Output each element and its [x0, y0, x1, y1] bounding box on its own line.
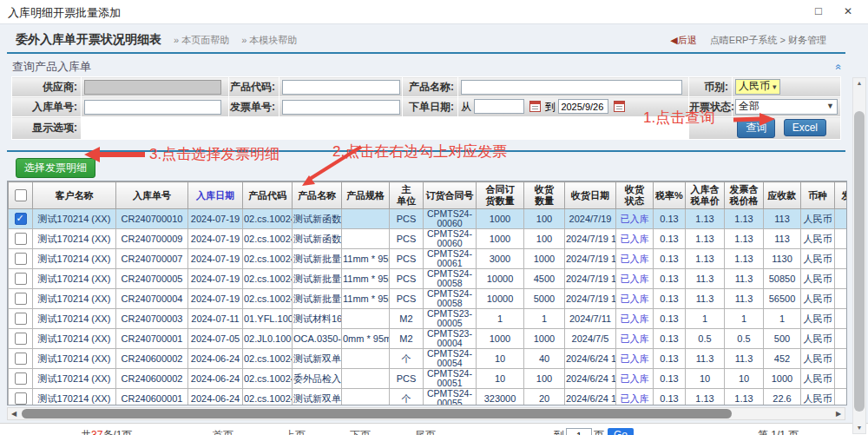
column-header[interactable]: 入库日期 [188, 182, 243, 209]
table-row: 测试170214 (XX)CR2407000092024-07-1902.cs.… [9, 229, 848, 249]
table-cell: 1130 [764, 249, 801, 269]
table-cell[interactable]: 已入库 [616, 249, 654, 269]
close-icon[interactable] [840, 3, 856, 19]
pagination-bar: 共37条/1页 首页 上页 下页 尾页 到页Go 第 1/1 页 [0, 423, 868, 435]
supplier-input[interactable] [84, 80, 221, 95]
row-checkbox-cell[interactable] [9, 289, 33, 309]
chevron-down-icon: ▾ [773, 82, 777, 91]
table-cell[interactable]: 已入库 [616, 229, 654, 249]
calendar-icon[interactable] [529, 101, 541, 112]
row-checkbox[interactable] [15, 313, 27, 325]
table-cell [835, 329, 848, 349]
table-cell[interactable]: 已入库 [616, 369, 654, 389]
table-cell[interactable]: 已入库 [616, 389, 654, 406]
table-cell[interactable]: 已入库 [616, 349, 654, 369]
row-checkbox-cell[interactable] [9, 309, 33, 329]
prev-page-link[interactable]: 上页 [285, 428, 306, 435]
table-cell: 测试新双单位 [293, 389, 342, 406]
column-header: 收货 状态 [616, 182, 654, 209]
module-help-link[interactable]: » 本模块帮助 [241, 34, 297, 47]
table-cell: 人民币 [801, 389, 835, 406]
scroll-left-icon[interactable] [9, 408, 19, 419]
table-cell: 113 [764, 229, 801, 249]
table-cell: CR240700003 [116, 309, 188, 329]
back-link[interactable]: ◀后退 [670, 35, 696, 45]
table-cell: CR240600002 [116, 369, 188, 389]
table-cell[interactable]: 已入库 [616, 289, 654, 309]
table-cell: 452 [764, 349, 801, 369]
select-invoice-detail-button[interactable]: 选择发票明细 [16, 158, 95, 178]
product-name-label: 产品名称: [403, 77, 458, 97]
table-cell: 测试170214 (XX) [33, 369, 116, 389]
row-checkbox[interactable] [15, 233, 27, 245]
invoice-no-input[interactable] [282, 100, 400, 115]
table-cell: 10000 [477, 289, 524, 309]
table-cell [342, 309, 390, 329]
product-name-input[interactable] [461, 80, 682, 95]
vertical-scrollbar-thumb[interactable] [854, 111, 865, 412]
horizontal-scrollbar-thumb[interactable] [22, 409, 732, 419]
table-cell: 测试170214 (XX) [33, 229, 116, 249]
row-checkbox[interactable] [15, 253, 27, 265]
next-page-link[interactable]: 下页 [350, 428, 371, 435]
row-checkbox-cell[interactable] [9, 249, 33, 269]
row-checkbox-cell[interactable] [9, 329, 33, 349]
vertical-scrollbar[interactable] [852, 77, 866, 434]
table-cell[interactable]: 已入库 [616, 269, 654, 289]
go-button[interactable]: Go [608, 428, 634, 435]
page-number-input[interactable] [566, 428, 592, 435]
row-checkbox[interactable] [15, 333, 27, 345]
window-title: 入库明细开票批量添加 [8, 5, 121, 21]
table-cell: 2024-07-19 [188, 269, 243, 289]
column-header: 应收款 [764, 182, 801, 209]
table-cell: CR240700005 [116, 269, 188, 289]
row-checkbox[interactable] [15, 213, 27, 225]
table-cell[interactable]: 已入库 [616, 329, 654, 349]
row-checkbox[interactable] [15, 372, 27, 385]
horizontal-scrollbar[interactable] [7, 407, 845, 420]
scroll-right-icon[interactable] [833, 408, 844, 419]
row-checkbox[interactable] [15, 353, 27, 365]
table-cell: 50850 [764, 269, 801, 289]
table-cell: CR240700010 [116, 209, 188, 229]
table-cell[interactable]: 已入库 [616, 209, 654, 229]
product-code-input[interactable] [282, 80, 400, 95]
scroll-up-icon[interactable] [853, 78, 865, 89]
table-cell: 2024-06-24 [188, 389, 243, 406]
table-cell[interactable]: 已入库 [616, 309, 654, 329]
scroll-down-icon[interactable] [853, 423, 865, 433]
maximize-icon[interactable] [811, 3, 826, 19]
table-cell: 人民币 [801, 229, 835, 249]
row-checkbox[interactable] [15, 273, 27, 285]
last-page-link[interactable]: 尾页 [415, 428, 436, 435]
column-header: 入库含 税单价 [686, 182, 725, 209]
currency-select[interactable]: 人民币▾ [735, 79, 780, 95]
query-button[interactable]: 查询 [737, 118, 775, 138]
row-checkbox-cell[interactable] [9, 349, 33, 369]
row-checkbox-cell[interactable] [9, 369, 33, 389]
row-checkbox[interactable] [15, 392, 27, 405]
select-all-checkbox[interactable] [15, 189, 27, 201]
total-count-number: 37 [91, 429, 102, 435]
date-to-input[interactable] [558, 99, 608, 114]
select-all-cell[interactable] [9, 182, 33, 209]
inbound-no-input[interactable] [84, 100, 221, 115]
date-from-input[interactable] [474, 99, 524, 114]
collapse-icon[interactable]: « [833, 64, 845, 70]
calendar-icon[interactable] [614, 101, 625, 112]
breadcrumb-system[interactable]: 点晴ERP子系统 [710, 35, 778, 45]
breadcrumb-section[interactable]: 财务管理 [788, 35, 826, 45]
row-checkbox-cell[interactable] [9, 389, 33, 406]
row-checkbox-cell[interactable] [9, 209, 33, 229]
row-checkbox-cell[interactable] [9, 269, 33, 289]
table-cell: 11.3 [725, 269, 764, 289]
invoice-status-select[interactable]: 全部▼ [735, 99, 838, 115]
row-checkbox-cell[interactable] [9, 229, 33, 249]
excel-button[interactable]: Excel [784, 119, 826, 136]
table-cell: 人民币 [801, 249, 835, 269]
page-help-link[interactable]: » 本页面帮助 [174, 34, 229, 47]
order-date-label: 下单日期: [403, 97, 458, 117]
table-cell: CR240600002 [116, 349, 188, 369]
row-checkbox[interactable] [15, 293, 27, 305]
first-page-link[interactable]: 首页 [213, 428, 233, 435]
